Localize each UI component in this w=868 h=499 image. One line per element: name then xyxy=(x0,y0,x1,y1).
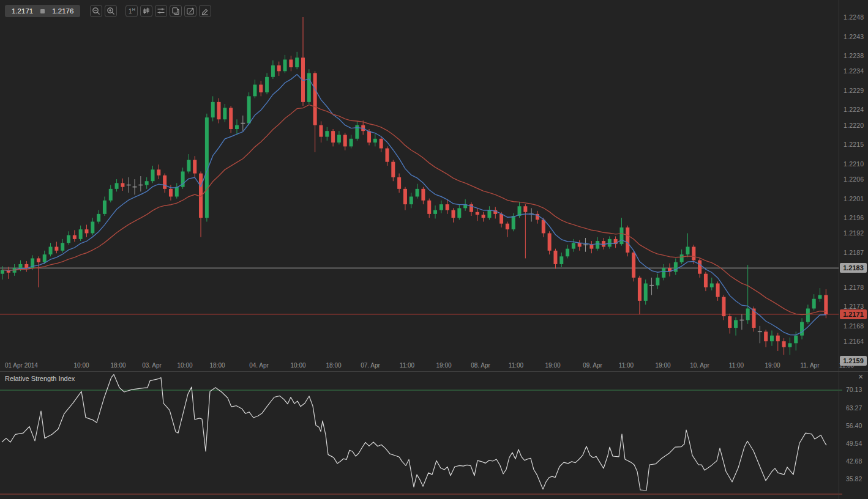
price-axis-label: 1.2243 xyxy=(844,33,864,40)
time-axis-label: 11:00 xyxy=(400,362,414,369)
price-axis-label: 1.2224 xyxy=(844,106,864,113)
indicators-icon[interactable] xyxy=(155,5,167,17)
price-axis-label: 1.2196 xyxy=(844,214,864,221)
price-axis-label: 1.2168 xyxy=(844,322,864,330)
ma-fast-line xyxy=(2,75,826,335)
time-axis[interactable]: 01 Apr 201410:0018:0003. Apr10:0018:0004… xyxy=(0,362,839,371)
time-axis-label: 10:00 xyxy=(73,362,89,369)
time-axis-label: 18:00 xyxy=(326,362,341,369)
rsi-title: Relative Strength Index xyxy=(5,375,75,382)
time-axis-label: 11:00 xyxy=(729,362,744,369)
price-axis-label: 1.2234 xyxy=(844,67,864,75)
chart-type-candles-icon[interactable] xyxy=(140,5,152,17)
toolbar-buttons: 1H xyxy=(88,5,211,17)
time-axis-label: 10. Apr xyxy=(690,362,709,369)
time-axis-label: 11:00 xyxy=(619,362,634,369)
timeframe-button[interactable]: 1H xyxy=(125,5,138,17)
trading-chart-app: 1.22481.22431.22381.22341.22291.22241.22… xyxy=(0,0,868,499)
price-axis-label: 1.2164 xyxy=(844,338,864,345)
rsi-line xyxy=(2,375,826,491)
time-axis-label: 08. Apr xyxy=(471,362,490,369)
ma-slow-line xyxy=(2,105,826,314)
price-badge: 1.2183 xyxy=(840,263,867,273)
candlestick-series xyxy=(1,17,828,355)
rsi-axis-label: 56.40 xyxy=(846,422,862,429)
price-axis-label: 1.2178 xyxy=(844,284,864,291)
time-axis-label: 18:00 xyxy=(209,362,225,369)
quote-box[interactable]: 1.2171 1.2176 xyxy=(5,5,80,17)
time-axis-label: 11:00 xyxy=(839,362,854,369)
price-badge: 1.2171 xyxy=(840,309,867,319)
time-axis-label: 10:00 xyxy=(290,362,305,369)
time-axis-label: 19:00 xyxy=(655,362,670,369)
time-axis-label: 18:00 xyxy=(110,362,125,369)
zoom-in-icon[interactable] xyxy=(105,5,117,17)
time-axis-label: 11:00 xyxy=(509,362,523,369)
price-axis-label: 1.2215 xyxy=(844,141,864,148)
price-axis-separator xyxy=(839,0,839,499)
price-axis-label: 1.2192 xyxy=(844,229,864,237)
rsi-axis-label: 63.27 xyxy=(846,404,862,412)
ask-price[interactable]: 1.2176 xyxy=(52,7,73,15)
rsi-pane-separator xyxy=(0,371,868,372)
toolbar: 1.2171 1.2176 1H xyxy=(5,5,211,17)
time-axis-label: 10:00 xyxy=(177,362,192,369)
rsi-axis-label: 42.68 xyxy=(846,457,862,465)
time-axis-label: 01 Apr 2014 xyxy=(5,362,38,369)
price-axis-label: 1.2248 xyxy=(844,13,864,21)
price-axis-label: 1.2238 xyxy=(844,52,864,59)
price-axis-label: 1.2201 xyxy=(844,195,864,202)
price-axis-label: 1.2220 xyxy=(844,122,864,129)
edit-icon[interactable] xyxy=(184,5,196,17)
time-axis-label: 03. Apr xyxy=(142,362,162,369)
time-axis-label: 11. Apr xyxy=(801,362,820,369)
zoom-out-icon[interactable] xyxy=(90,5,102,17)
spread-icon xyxy=(40,9,45,13)
price-axis-label: 1.2206 xyxy=(844,176,864,183)
rsi-close-button[interactable]: × xyxy=(856,372,866,382)
rsi-axis-label: 35.82 xyxy=(846,475,862,482)
bid-price[interactable]: 1.2171 xyxy=(12,7,33,15)
price-axis-label: 1.2187 xyxy=(844,249,864,256)
draw-icon[interactable] xyxy=(199,5,211,17)
layouts-icon[interactable] xyxy=(170,5,182,17)
time-axis-label: 04. Apr xyxy=(249,362,269,369)
price-lines xyxy=(0,268,839,314)
time-axis-label: 19:00 xyxy=(436,362,451,369)
price-axis-label: 1.2210 xyxy=(844,160,864,168)
time-axis-label: 07. Apr xyxy=(361,362,380,369)
rsi-axis-label: 70.13 xyxy=(846,386,862,393)
time-axis-label: 19:00 xyxy=(765,362,780,369)
time-axis-label: 19:00 xyxy=(545,362,560,369)
price-axis-label: 1.2229 xyxy=(844,87,864,94)
time-axis-label: 09. Apr xyxy=(583,362,602,369)
rsi-axis-label: 49.54 xyxy=(846,440,862,447)
chart-canvas[interactable] xyxy=(0,0,868,499)
